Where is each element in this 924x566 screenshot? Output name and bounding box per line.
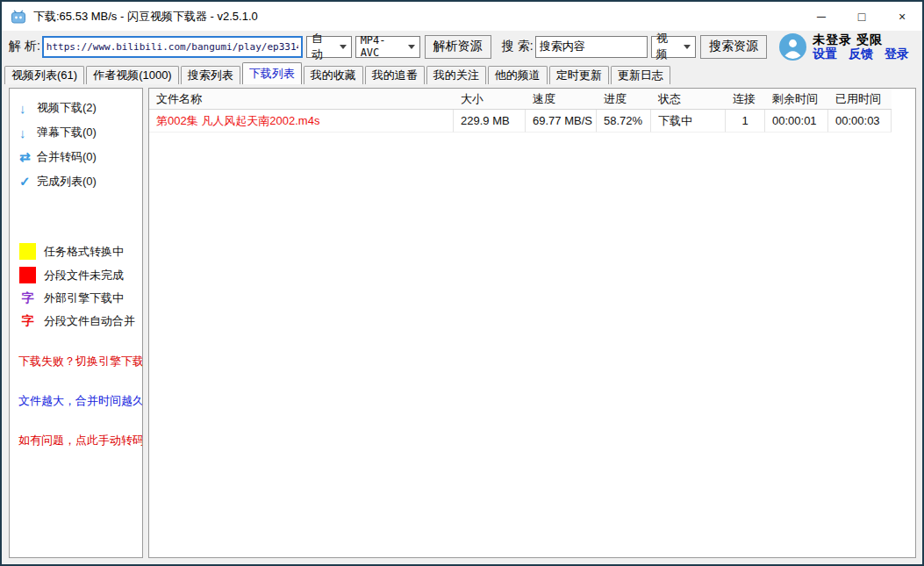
tab-author-videos[interactable]: 作者视频(1000) [86,66,179,84]
tab-scheduled-update[interactable]: 定时更新 [549,66,609,84]
tab-his-channel[interactable]: 他的频道 [488,66,548,84]
purple-char-icon: 字 [19,290,36,306]
search-input[interactable] [535,36,648,58]
red-char-icon: 字 [19,313,36,329]
note-switch-engine: 下载失败？切换引擎下载 [10,354,142,369]
title-bar: 下载:65.53 MB/s - 闪豆视频下载器 - v2.5.1.0 ─ □ × [2,2,922,31]
cell-speed: 69.77 MB/S [526,110,597,133]
app-window: 下载:65.53 MB/s - 闪豆视频下载器 - v2.5.1.0 ─ □ ×… [0,0,924,566]
column-header-status[interactable]: 状态 [651,89,726,110]
legend-item-segment-incomplete: 分段文件未完成 [10,263,142,287]
sidebar-item-label: 弹幕下载(0) [37,125,97,140]
account-links: 设置 反馈 登录 [813,47,917,61]
parse-label: 解 析: [9,39,40,54]
app-icon [11,9,26,25]
swap-arrows-icon: ⇄ [19,149,37,165]
user-avatar-icon[interactable] [779,33,806,61]
legend-item-auto-merge: 字 分段文件自动合并 [10,310,142,333]
tab-video-list[interactable]: 视频列表(61) [4,66,84,84]
search-label: 搜 索: [502,39,534,54]
column-header-connections[interactable]: 连接 [726,89,765,110]
sidebar-item-completed-list[interactable]: ✓ 完成列表(0) [10,169,142,194]
cell-progress: 58.72% [597,110,651,133]
table-row[interactable]: 第002集 凡人风起天南2002.m4s 229.9 MB 69.77 MB/S… [149,110,915,133]
search-type-select[interactable]: 视频 [651,36,697,58]
chevron-down-icon [684,45,691,49]
cell-status: 下载中 [651,110,726,133]
close-button[interactable]: × [882,2,922,31]
content-area: ↓ 视频下载(2) ↓ 弹幕下载(0) ⇄ 合并转码(0) ✓ 完成列表(0) … [2,84,922,564]
sidebar-notes: 下载失败？切换引擎下载 文件越大，合并时间越久 如有问题，点此手动转码 [10,354,142,448]
column-header-filename[interactable]: 文件名称 [149,89,454,110]
mode-select[interactable]: 自动 [306,36,352,58]
window-title: 下载:65.53 MB/s - 闪豆视频下载器 - v2.5.1.0 [33,9,258,25]
tab-bar: 视频列表(61) 作者视频(1000) 搜索列表 下载列表 我的收藏 我的追番 … [2,62,922,84]
column-header-elapsed-time[interactable]: 已用时间 [828,89,892,110]
column-header-progress[interactable]: 进度 [597,89,651,110]
format-select[interactable]: MP4-AVC [355,36,420,58]
sidebar-item-label: 合并转码(0) [37,149,97,165]
sidebar-item-merge-transcode[interactable]: ⇄ 合并转码(0) [10,145,142,169]
legend-label: 外部引擎下载中 [44,290,124,306]
toolbar: 解 析: 自动 MP4-AVC 解析资源 搜 索: 视频 搜索资源 未登录 受限 [2,31,922,62]
tab-changelog[interactable]: 更新日志 [611,66,670,84]
check-icon: ✓ [19,174,37,190]
legend-item-converting: 任务格式转换中 [10,240,142,263]
cell-filename: 第002集 凡人风起天南2002.m4s [149,110,454,133]
download-arrow-icon: ↓ [19,125,37,140]
minimize-button[interactable]: ─ [801,2,842,31]
cell-size: 229.9 MB [454,110,526,133]
tab-download-list[interactable]: 下载列表 [242,62,302,84]
chevron-down-icon [408,45,415,49]
chevron-down-icon [340,45,347,49]
format-select-value: MP4-AVC [361,34,400,59]
feedback-link[interactable]: 反馈 [849,47,873,61]
legend-item-external-engine: 字 外部引擎下载中 [10,287,142,310]
login-status: 未登录 受限 [813,32,917,47]
cell-remaining-time: 00:00:01 [765,110,828,133]
legend-label: 分段文件未完成 [44,268,124,283]
note-manual-transcode[interactable]: 如有问题，点此手动转码 [10,433,142,448]
cell-elapsed-time: 00:00:03 [828,110,892,133]
parse-resource-button[interactable]: 解析资源 [425,35,491,59]
url-input[interactable] [42,36,303,58]
tab-my-bangumi[interactable]: 我的追番 [365,66,425,84]
legend-label: 任务格式转换中 [44,244,124,260]
tab-search-list[interactable]: 搜索列表 [181,66,240,84]
note-merge-time: 文件越大，合并时间越久 [10,393,142,409]
account-text: 未登录 受限 设置 反馈 登录 [813,32,917,61]
tab-my-favorites[interactable]: 我的收藏 [304,66,363,84]
table-header: 文件名称 大小 速度 进度 状态 连接 剩余时间 已用时间 [149,89,915,110]
download-arrow-icon: ↓ [19,101,37,116]
sidebar: ↓ 视频下载(2) ↓ 弹幕下载(0) ⇄ 合并转码(0) ✓ 完成列表(0) … [9,88,143,558]
sidebar-item-video-download[interactable]: ↓ 视频下载(2) [10,96,142,120]
settings-link[interactable]: 设置 [813,47,837,61]
sidebar-item-label: 视频下载(2) [37,100,97,116]
search-resource-button[interactable]: 搜索资源 [700,35,767,59]
login-link[interactable]: 登录 [885,47,909,61]
column-header-remaining-time[interactable]: 剩余时间 [765,89,828,110]
tab-my-follows[interactable]: 我的关注 [426,66,486,84]
download-table-panel: 文件名称 大小 速度 进度 状态 连接 剩余时间 已用时间 第002集 凡人风起… [148,88,916,558]
status-legend: 任务格式转换中 分段文件未完成 字 外部引擎下载中 字 分段文件自动合并 [10,240,142,333]
column-header-size[interactable]: 大小 [454,89,526,110]
red-swatch [19,267,36,283]
search-type-value: 视频 [656,31,677,62]
cell-connections: 1 [726,110,765,133]
window-controls: ─ □ × [801,2,922,31]
sidebar-item-label: 完成列表(0) [37,174,97,190]
legend-label: 分段文件自动合并 [44,313,135,329]
yellow-swatch [19,243,36,260]
maximize-button[interactable]: □ [842,2,882,31]
account-area: 未登录 受限 设置 反馈 登录 [779,32,917,61]
sidebar-item-danmaku-download[interactable]: ↓ 弹幕下载(0) [10,120,142,145]
mode-select-value: 自动 [312,31,332,62]
column-header-speed[interactable]: 速度 [526,89,597,110]
